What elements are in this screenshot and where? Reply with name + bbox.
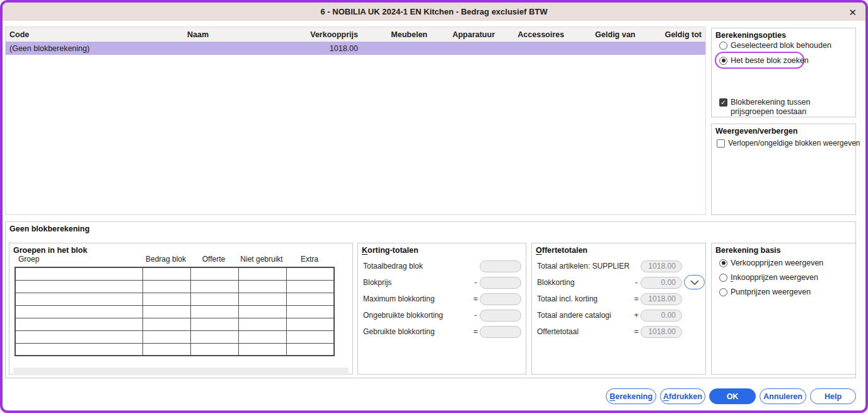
korting-totalen-title: Korting-totalen [362, 246, 419, 255]
offertetotalen-title: Offertetotalen [536, 246, 587, 255]
field-label: Blokprijs [363, 278, 472, 287]
checkbox-label: Verlopen/ongeldige blokken weergeven [728, 139, 860, 148]
groepen-column-headers: Groep Bedrag blok Offerte Niet gebruikt … [14, 255, 333, 264]
offerte-row: Totaal incl. korting = 1018.00 [537, 293, 682, 305]
block-list: Code Naam Verkoopprijs Meubelen Apparatu… [5, 26, 706, 215]
offerte-row: Totaal andere catalogi + 0.00 [537, 309, 682, 322]
checkbox-icon-unchecked [717, 139, 725, 148]
radio-het-beste-blok-zoeken[interactable]: Het beste blok zoeken [719, 56, 809, 65]
korting-row: Gebruikte blokkorting = [363, 325, 521, 338]
checkbox-blokberekening-tussen[interactable]: ✓ Blokberekening tussen prijsgroepen toe… [719, 98, 825, 117]
ongebruikte-blokkorting-field [480, 310, 521, 322]
totaalbedrag-blok-field [480, 260, 521, 272]
column-header-apparatuur: Apparatuur [431, 30, 499, 39]
radio-inkoopprijzen[interactable]: Inkoopprijzen weergeven [719, 273, 818, 282]
field-label: Blokkorting [537, 278, 632, 287]
operator: - [472, 278, 480, 287]
totaal-artikelen-field: 1018.00 [640, 260, 682, 272]
groepen-row [15, 330, 334, 343]
column-header-code: Code [6, 30, 132, 39]
groepen-row [15, 318, 334, 330]
block-list-selected-row[interactable]: (Geen blokberekening) 1018.00 [6, 42, 705, 55]
radio-label: Inkoopprijzen weergeven [731, 273, 818, 282]
column-header-geldig-tot: Geldig tot [639, 30, 705, 39]
offerte-row: Totaal artikelen: SUPPLIER 1018.00 [537, 260, 682, 272]
radio-icon-selected [719, 57, 727, 65]
radio-label: Geselecteerd blok behouden [731, 41, 831, 50]
column-header-offerte: Offerte [190, 255, 238, 264]
radio-icon [719, 42, 727, 50]
column-header-verkoopprijs: Verkoopprijs [264, 30, 362, 39]
blok-status-label: Geen blokberekening [9, 224, 90, 233]
field-label: Ongebruikte blokkorting [363, 311, 472, 320]
field-label: Maximum blokkorting [363, 294, 472, 303]
checkbox-verlopen-blokken[interactable]: Verlopen/ongeldige blokken weergeven [717, 139, 860, 148]
blokkorting-field: 0.00 [640, 277, 682, 289]
korting-totalen-box: Korting-totalen Totaalbedrag blok Blokpr… [357, 243, 526, 375]
column-header-niet-gebruikt: Niet gebruikt [238, 255, 286, 264]
horizontal-scrollbar[interactable] [13, 368, 349, 375]
radio-icon [719, 274, 727, 282]
column-header-groep: Groep [14, 255, 142, 264]
groepen-table [14, 267, 335, 356]
radio-geselecteerd-blok-behouden[interactable]: Geselecteerd blok behouden [719, 41, 831, 50]
annuleren-button[interactable]: Annuleren [760, 388, 806, 404]
operator: = [632, 327, 640, 336]
column-header-accessoires: Accessoires [499, 30, 568, 39]
field-label: Totaal andere catalogi [537, 311, 632, 320]
field-label: Totaal artikelen: SUPPLIER [537, 262, 632, 270]
afdrukken-button[interactable]: Afdrukken [660, 388, 705, 404]
titlebar: 6 - NOBILIA UK 2024-1 EN Kitchen - Bedra… [3, 3, 865, 21]
groepen-row [15, 305, 334, 318]
radio-puntprijzen[interactable]: Puntprijzen weergeven [719, 288, 811, 296]
operator: - [472, 311, 480, 320]
cell-code: (Geen blokberekening) [6, 44, 132, 53]
totaal-incl-korting-field: 1018.00 [640, 293, 682, 305]
operator: - [632, 278, 640, 287]
korting-row: Totaalbedrag blok [363, 260, 521, 272]
radio-verkoopprijzen[interactable]: Verkoopprijzen weergeven [719, 259, 823, 267]
chevron-down-icon [690, 280, 699, 285]
totaal-andere-catalogi-field: 0.00 [640, 310, 682, 322]
button-bar: Berekening Afdrukken OK Annuleren Help [604, 388, 856, 404]
offerte-row: Offertetotaal = 1018.00 [537, 325, 682, 338]
column-header-naam: Naam [132, 30, 264, 39]
help-button[interactable]: Help [810, 388, 856, 404]
cell-verkoopprijs: 1018.00 [264, 44, 362, 53]
field-label: Offertetotaal [537, 327, 632, 336]
gebruikte-blokkorting-field [480, 326, 521, 338]
korting-row: Ongebruikte blokkorting - [363, 309, 521, 322]
operator: + [632, 311, 640, 320]
field-label: Totaal incl. korting [537, 294, 632, 303]
groepen-row [15, 293, 334, 305]
groepen-row [15, 343, 334, 356]
offertetotaal-field: 1018.00 [640, 326, 682, 338]
berekening-basis-title: Berekening basis [715, 246, 781, 255]
berekening-button[interactable]: Berekening [606, 388, 656, 404]
groepen-title: Groepen in het blok [13, 246, 87, 255]
column-header-meubelen: Meubelen [362, 30, 431, 39]
weergeven-title: Weergeven/verbergen [715, 127, 797, 136]
groepen-row [15, 267, 334, 280]
dialog-title: 6 - NOBILIA UK 2024-1 EN Kitchen - Bedra… [321, 7, 548, 16]
radio-label: Het beste blok zoeken [731, 56, 809, 65]
ok-button[interactable]: OK [709, 388, 756, 404]
close-icon[interactable]: ✕ [848, 7, 857, 16]
korting-row: Blokprijs - [363, 276, 521, 289]
operator: = [632, 294, 640, 303]
radio-icon-selected [719, 259, 727, 267]
radio-label: Verkoopprijzen weergeven [731, 259, 823, 267]
operator: = [472, 327, 480, 336]
radio-icon [719, 288, 727, 296]
blokkorting-dropdown-button[interactable] [684, 275, 705, 289]
offerte-row: Blokkorting - 0.00 [537, 276, 682, 289]
checkbox-label: Blokberekening tussen prijsgroepen toest… [731, 98, 825, 117]
berekeningsopties-box: Berekeningsopties Geselecteerd blok beho… [711, 28, 856, 117]
berekening-basis-box: Berekening basis Verkoopprijzen weergeve… [711, 243, 856, 375]
block-list-header: Code Naam Verkoopprijs Meubelen Apparatu… [6, 27, 705, 42]
checkbox-icon-checked: ✓ [719, 98, 727, 107]
berekeningsopties-title: Berekeningsopties [715, 31, 786, 40]
field-label: Totaalbedrag blok [363, 262, 472, 270]
offertetotalen-box: Offertetotalen Totaal artikelen: SUPPLIE… [531, 243, 706, 375]
blokprijs-field [480, 277, 521, 289]
